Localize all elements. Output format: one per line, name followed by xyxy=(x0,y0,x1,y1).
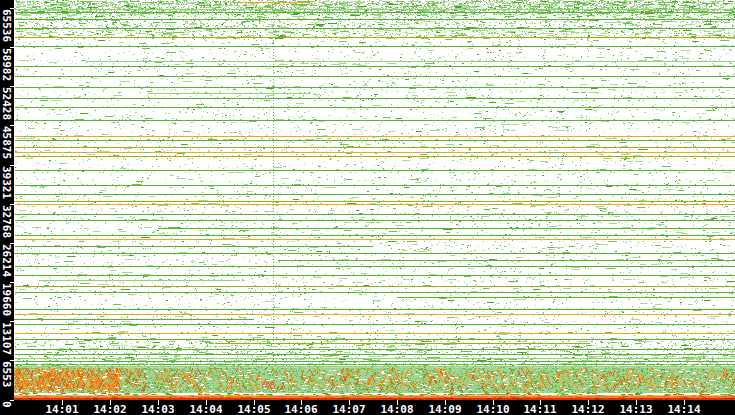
x-tick-label: 14:02 xyxy=(93,403,126,415)
x-tick-label: 14:04 xyxy=(189,403,222,415)
y-tick-label: 26214 xyxy=(0,244,13,277)
x-tick-label: 14:01 xyxy=(45,403,78,415)
y-tick-label: 6553 xyxy=(0,361,13,388)
x-tick-label: 14:14 xyxy=(667,403,700,415)
x-tick-label: 14:08 xyxy=(380,403,413,415)
y-tick-label: 39321 xyxy=(0,166,13,199)
x-tick-label: 14:12 xyxy=(571,403,604,415)
y-tick-label: 13107 xyxy=(0,322,13,355)
x-axis: 14:0114:0214:0314:0414:0514:0614:0714:08… xyxy=(0,400,735,415)
y-tick-label: 65536 xyxy=(0,9,13,42)
y-tick-label: 45875 xyxy=(0,126,13,159)
x-tick-label: 14:09 xyxy=(428,403,461,415)
y-tick-label: 52428 xyxy=(0,87,13,120)
y-tick-label: 0 xyxy=(0,401,13,408)
y-tick-label: 32768 xyxy=(0,205,13,238)
x-tick-label: 14:10 xyxy=(476,403,509,415)
y-tick-label: 19660 xyxy=(0,283,13,316)
x-tick-label: 14:13 xyxy=(619,403,652,415)
port-time-scatter-visualization: 0655313107196602621432768393214587552428… xyxy=(0,0,735,415)
x-tick-label: 14:03 xyxy=(141,403,174,415)
x-tick-label: 14:07 xyxy=(332,403,365,415)
x-tick-label: 14:05 xyxy=(237,403,270,415)
plot-canvas xyxy=(14,0,735,400)
x-tick-label: 14:06 xyxy=(284,403,317,415)
y-tick-label: 58982 xyxy=(0,48,13,81)
y-axis: 0655313107196602621432768393214587552428… xyxy=(0,0,14,415)
x-tick-label: 14:11 xyxy=(523,403,556,415)
